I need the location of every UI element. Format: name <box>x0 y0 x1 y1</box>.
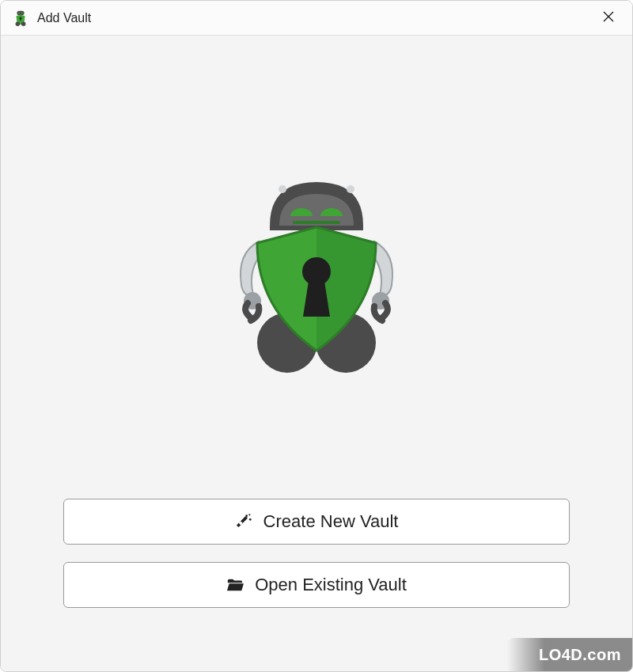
cryptomator-icon <box>12 9 29 27</box>
svg-point-5 <box>16 21 20 26</box>
svg-point-21 <box>248 514 250 515</box>
svg-point-15 <box>347 185 354 193</box>
titlebar: Add Vault <box>1 1 632 36</box>
open-existing-vault-button[interactable]: Open Existing Vault <box>63 562 570 608</box>
svg-rect-4 <box>20 18 21 21</box>
create-new-vault-label: Create New Vault <box>263 511 399 532</box>
close-icon <box>603 11 614 25</box>
create-new-vault-button[interactable]: Create New Vault <box>63 499 570 545</box>
close-button[interactable] <box>596 6 621 31</box>
open-existing-vault-label: Open Existing Vault <box>255 575 407 595</box>
dialog-content: Create New Vault Open Existing Vault <box>1 36 632 671</box>
action-buttons: Create New Vault Open Existing Vault <box>63 499 570 608</box>
svg-point-20 <box>248 518 251 521</box>
window-title: Add Vault <box>37 11 91 25</box>
magic-wand-icon <box>235 513 252 530</box>
svg-rect-17 <box>236 516 247 527</box>
svg-point-6 <box>21 21 25 26</box>
svg-rect-13 <box>293 221 340 224</box>
svg-point-14 <box>279 185 286 193</box>
watermark: LO4D.com <box>507 638 632 671</box>
svg-point-2 <box>21 12 23 13</box>
dialog-window: Add Vault <box>0 0 633 672</box>
folder-open-icon <box>226 576 244 594</box>
svg-point-19 <box>245 514 248 517</box>
cryptomator-robot <box>218 170 415 379</box>
svg-point-1 <box>18 12 20 13</box>
